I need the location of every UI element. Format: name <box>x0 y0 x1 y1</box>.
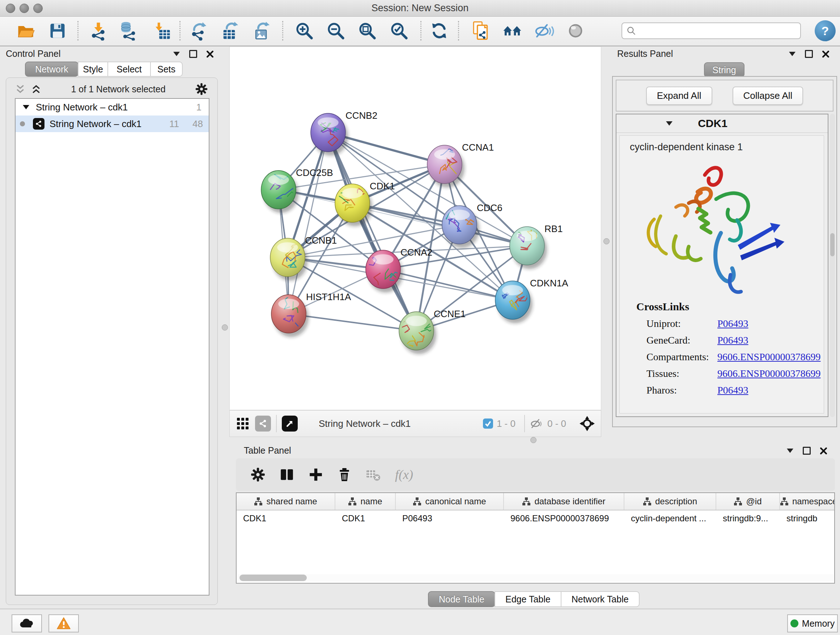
tab-sets[interactable]: Sets <box>150 62 183 77</box>
cell-namespace[interactable]: stringdb <box>780 510 835 526</box>
float-panel-icon[interactable] <box>189 50 197 58</box>
collapse-all-button[interactable]: Collapse All <box>733 87 804 105</box>
close-panel-icon[interactable] <box>207 51 213 57</box>
cloud-status-button[interactable] <box>11 614 42 632</box>
search-input[interactable] <box>639 25 800 36</box>
float-panel-icon[interactable] <box>805 50 813 58</box>
import-table-button[interactable] <box>150 19 174 43</box>
crosslink-pharos-link[interactable]: P06493 <box>717 385 748 396</box>
column-header-description[interactable]: description <box>624 493 716 510</box>
crosslink-tissues-link[interactable]: 9606.ENSP00000378699 <box>717 368 821 379</box>
column-header-id[interactable]: @id <box>716 493 780 510</box>
selected-checkbox-icon[interactable] <box>483 418 493 429</box>
expand-up-icon[interactable] <box>31 84 42 95</box>
search-field[interactable] <box>622 22 801 39</box>
zoom-fit-button[interactable] <box>355 19 379 43</box>
detach-view-icon[interactable] <box>282 416 298 432</box>
cell-canonical-name[interactable]: P06493 <box>396 510 504 526</box>
show-columns-icon[interactable] <box>279 467 294 482</box>
left-splitter-handle[interactable] <box>222 325 228 331</box>
delete-column-icon[interactable] <box>337 467 352 482</box>
network-node-CCNB2[interactable]: CCNB2 <box>311 110 377 156</box>
cell-description[interactable]: cyclin-dependent ... <box>624 510 716 526</box>
refresh-button[interactable] <box>427 19 451 43</box>
collapse-entry-icon[interactable] <box>666 121 673 126</box>
network-node-CDK1[interactable]: CDK1 <box>335 181 395 226</box>
node-table: shared name name canonical name database… <box>236 492 835 584</box>
homes-button[interactable] <box>500 19 524 43</box>
network-node-CCNA2[interactable]: CCNA2 <box>366 247 432 293</box>
table-scrollbar-thumb[interactable] <box>240 575 307 581</box>
panel-menu-icon[interactable] <box>173 52 180 56</box>
horizontal-splitter-handle[interactable] <box>531 437 537 443</box>
help-button[interactable]: ? <box>815 20 836 41</box>
tab-style[interactable]: Style <box>78 62 108 77</box>
cell-database-identifier[interactable]: 9606.ENSP00000378699 <box>504 510 624 526</box>
table-row[interactable]: CDK1 CDK1 P06493 9606.ENSP00000378699 cy… <box>237 510 834 526</box>
save-session-button[interactable] <box>46 19 69 43</box>
network-node-CDKN1A[interactable]: CDKN1A <box>495 278 568 323</box>
export-image-button[interactable] <box>250 19 274 43</box>
network-collection-row[interactable]: String Network – cdk1 1 <box>16 99 209 116</box>
memory-button[interactable]: Memory <box>787 614 838 632</box>
right-splitter-handle[interactable] <box>603 238 609 244</box>
export-table-button[interactable] <box>219 19 243 43</box>
column-header-database-identifier[interactable]: database identifier <box>504 493 624 510</box>
column-header-namespace[interactable]: namespace <box>780 493 835 510</box>
tab-node-table[interactable]: Node Table <box>428 591 495 607</box>
show-visibility-button[interactable] <box>564 19 587 43</box>
tab-network-table[interactable]: Network Table <box>561 591 639 607</box>
hide-visibility-button[interactable] <box>532 19 556 43</box>
zoom-out-button[interactable] <box>324 19 347 43</box>
network-node-RB1[interactable]: RB1 <box>501 218 563 269</box>
tab-network[interactable]: Network <box>25 62 79 77</box>
duplicate-network-button[interactable] <box>469 19 493 43</box>
close-panel-icon[interactable] <box>822 51 829 57</box>
open-session-button[interactable] <box>14 19 38 43</box>
crosslink-genecard-link[interactable]: P06493 <box>717 334 748 346</box>
gear-icon[interactable] <box>250 467 265 482</box>
column-header-name[interactable]: name <box>335 493 396 510</box>
float-panel-icon[interactable] <box>803 447 811 455</box>
grid-view-icon[interactable] <box>235 416 250 431</box>
column-header-canonical-name[interactable]: canonical name <box>396 493 504 510</box>
network-row[interactable]: String Network – cdk1 11 48 <box>16 116 209 132</box>
crosslink-compartments-link[interactable]: 9606.ENSP00000378699 <box>717 351 821 363</box>
gear-icon[interactable] <box>195 82 208 96</box>
cell-name[interactable]: CDK1 <box>335 510 396 526</box>
tab-edge-table[interactable]: Edge Table <box>494 591 561 607</box>
import-network-button[interactable] <box>87 19 111 43</box>
cell-shared-name[interactable]: CDK1 <box>237 510 335 526</box>
add-column-icon[interactable] <box>308 467 324 482</box>
expand-all-button[interactable]: Expand All <box>646 87 712 105</box>
network-node-CDC6[interactable]: CDC6 <box>442 203 502 248</box>
protein-entry-header[interactable]: CDK1 <box>616 114 828 133</box>
import-network-from-database-button[interactable] <box>117 19 141 43</box>
crosslink-uniprot-link[interactable]: P06493 <box>717 318 748 329</box>
export-network-button[interactable] <box>187 19 211 43</box>
column-header-shared-name[interactable]: shared name <box>237 493 335 510</box>
panel-menu-icon[interactable] <box>787 448 793 453</box>
network-node-CDC25B[interactable]: CDC25B <box>261 167 333 213</box>
results-scrollbar[interactable] <box>830 114 835 417</box>
tab-string[interactable]: String <box>704 62 745 78</box>
table-header-row: shared name name canonical name database… <box>237 493 834 510</box>
collapse-tree-icon[interactable] <box>23 105 29 109</box>
warnings-button[interactable] <box>49 614 79 632</box>
zoom-in-button[interactable] <box>292 19 316 43</box>
network-view-canvas[interactable]: CCNB2CCNA1CDC25BCDK1CDC6RB1CCNB1CCNA2CDK… <box>229 46 601 410</box>
network-node-CCNB1[interactable]: CCNB1 <box>270 235 337 280</box>
close-panel-icon[interactable] <box>820 448 827 454</box>
cell-id[interactable]: stringdb:9... <box>716 510 780 526</box>
tab-select[interactable]: Select <box>107 62 151 77</box>
collapse-all-icon[interactable] <box>15 84 26 95</box>
zoom-selected-button[interactable] <box>387 19 411 43</box>
network-node-CCNE1[interactable]: CCNE1 <box>399 309 466 354</box>
network-overview-icon[interactable] <box>255 416 271 432</box>
network-edge-count: 48 <box>179 119 203 130</box>
network-node-HIST1H1A[interactable]: HIST1H1A <box>271 290 351 337</box>
results-scrollbar-thumb[interactable] <box>830 233 835 256</box>
panel-menu-icon[interactable] <box>789 52 796 56</box>
crosshair-icon[interactable] <box>579 416 595 432</box>
table-horizontal-scrollbar[interactable] <box>237 574 834 581</box>
